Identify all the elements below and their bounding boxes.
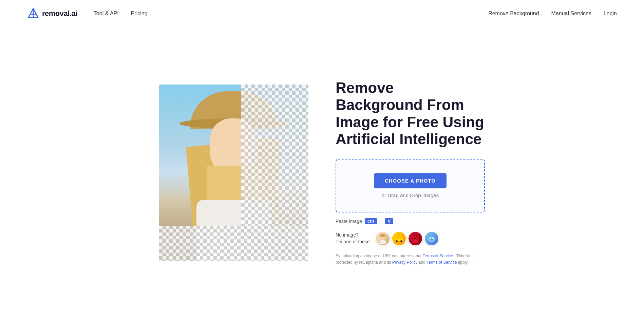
legal-text: By uploading an image or URL you agree t…	[336, 253, 485, 266]
svg-point-11	[432, 238, 434, 239]
choose-photo-button[interactable]: CHOOSE A PHOTO	[374, 173, 447, 188]
main-title: Remove Background From Image for Free Us…	[336, 79, 485, 148]
ctrl-key-badge: ctrl	[365, 218, 377, 224]
terms-link-1[interactable]: Terms of Service	[423, 254, 453, 258]
checker-overlay-bottom	[159, 226, 308, 261]
v-key-badge: V	[385, 218, 394, 224]
car-thumb-icon	[394, 235, 404, 242]
navbar: removal.ai Tool & API Pricing Remove Bac…	[0, 0, 644, 27]
upload-dropzone[interactable]: CHOOSE A PHOTO or Drag and Drop images	[336, 159, 485, 212]
nav-left-links: Tool & API Pricing	[94, 11, 148, 17]
nav-right: Remove Background Manual Services Login	[488, 11, 617, 17]
person-silhouette	[159, 85, 308, 261]
svg-point-10	[430, 238, 431, 239]
person-figure	[159, 85, 308, 261]
cta-section: Remove Background From Image for Free Us…	[336, 79, 485, 266]
main-content: Remove Background From Image for Free Us…	[0, 27, 644, 318]
paste-image-row: Paste image ctrl + V	[336, 218, 485, 224]
svg-rect-7	[413, 238, 417, 239]
sample-thumb-car[interactable]	[392, 231, 406, 246]
nav-left: removal.ai Tool & API Pricing	[27, 7, 148, 20]
drag-drop-label: or Drag and Drop images	[382, 192, 439, 198]
sample-thumbs	[375, 231, 439, 246]
nav-pricing[interactable]: Pricing	[131, 11, 148, 17]
sample-thumb-person[interactable]	[375, 231, 390, 246]
nav-remove-background[interactable]: Remove Background	[488, 11, 539, 17]
svg-point-2	[380, 234, 386, 237]
nav-manual-services[interactable]: Manual Services	[551, 11, 591, 17]
svg-rect-6	[413, 237, 418, 243]
terms-link-2[interactable]: Terms of Service	[427, 260, 457, 265]
demo-image-section	[159, 85, 308, 261]
bag-thumb-icon	[411, 234, 419, 243]
nav-login[interactable]: Login	[604, 11, 617, 17]
person-thumb-icon	[379, 233, 387, 244]
plus-sign: +	[380, 219, 382, 224]
logo-icon	[27, 7, 39, 20]
logo-text: removal.ai	[42, 9, 77, 18]
sample-images-row: No image? Try one of these	[336, 231, 485, 246]
logo-link[interactable]: removal.ai	[27, 7, 77, 20]
toy-thumb-icon	[427, 235, 436, 243]
sample-thumb-toy[interactable]	[424, 231, 439, 246]
svg-point-0	[32, 12, 35, 15]
paste-image-label: Paste image	[336, 219, 362, 224]
privacy-link[interactable]: Privacy Policy	[392, 260, 418, 265]
nav-tool-api[interactable]: Tool & API	[94, 11, 119, 17]
samples-label: No image? Try one of these	[336, 232, 370, 245]
demo-image-container	[159, 85, 308, 261]
sample-thumb-bag[interactable]	[408, 231, 423, 246]
